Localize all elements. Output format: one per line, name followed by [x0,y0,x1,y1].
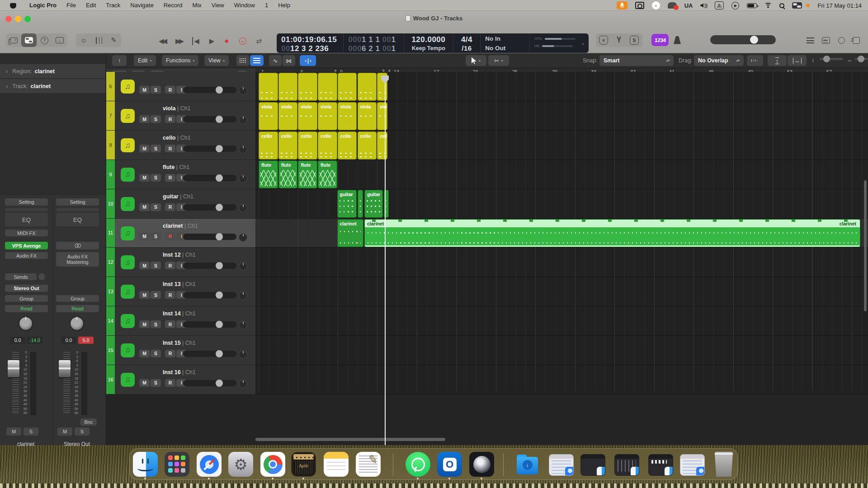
track-solo-button[interactable]: S [151,379,161,387]
track-pan-knob[interactable] [239,233,247,242]
track-pan-knob[interactable] [239,262,247,271]
dock-icon-window-light[interactable] [680,454,705,476]
track-header-guitar[interactable]: 10♫guitar | Ch1MSRI [106,189,255,219]
track-volume-knob[interactable] [216,262,223,269]
track-solo-button[interactable]: S [151,291,161,299]
region-flute[interactable]: flute [318,160,337,188]
strip2-bounce-button[interactable]: Bnc [80,418,97,426]
track-inspector-header[interactable]: › Track: clarinet [0,79,105,93]
track-name[interactable]: viola | Ch1 [163,105,191,112]
track-volume-knob[interactable] [216,321,223,328]
track-mute-button[interactable]: M [139,203,150,211]
track-pan-knob[interactable] [239,350,247,359]
menu-item-window[interactable]: Window [229,2,260,9]
track-header-clarinet[interactable]: 11♫clarinet | Ch1MSRI [106,219,255,248]
master-volume-slider[interactable] [710,35,776,44]
strip1-sends-button[interactable]: Sends [5,273,37,280]
strip2-gain-slot[interactable] [56,208,99,211]
now-playing-icon[interactable]: ▶ [731,2,739,9]
track-instrument-icon[interactable]: ♫ [121,138,135,152]
dock-icon-settings[interactable]: ⚙ [228,452,253,477]
track-mute-button[interactable]: M [139,320,150,328]
track-record-button[interactable]: R [165,203,175,211]
region-cello[interactable]: cello [318,131,337,160]
control-center-icon[interactable] [792,2,802,9]
track-pan-knob[interactable] [239,204,247,212]
left-click-tool-menu[interactable]: ▾ [466,55,486,66]
track-pan-knob[interactable] [239,116,247,124]
region-viola[interactable]: viola [298,102,317,130]
menu-item-mix[interactable]: Mix [188,2,207,9]
track-record-button[interactable]: R [165,379,175,387]
track-mute-button[interactable]: M [139,262,150,269]
strip1-instrument-button[interactable]: VPS Avenge [5,242,48,249]
dock-icon-audio-device[interactable] [469,452,494,477]
spotlight-search-icon[interactable] [779,3,784,8]
track-solo-button[interactable]: S [151,350,161,357]
region-yellow-cut[interactable] [259,73,278,101]
track-record-button[interactable]: R [165,320,175,328]
track-volume-knob[interactable] [216,204,223,211]
track-volume-slider[interactable] [183,351,236,357]
play-button[interactable]: ▶ [209,37,215,45]
vertical-scrollbar[interactable] [864,180,867,311]
lcd-expand-chevron[interactable]: ⌄ [580,33,589,53]
region-yellow-cut[interactable] [318,73,337,101]
track-mute-button[interactable]: M [139,115,150,123]
vzoom-knob[interactable] [823,56,830,62]
location-arrow-icon[interactable]: ▲ [652,1,660,9]
region-yellow-cut[interactable] [358,73,377,101]
strip1-midi-fx-button[interactable]: MIDI FX [5,230,48,236]
region-viola[interactable]: viola [377,102,387,130]
horizontal-zoom-slider[interactable] [855,58,868,60]
track-record-button[interactable]: R [165,145,175,152]
dock-icon-trash[interactable] [713,452,734,477]
strip1-pan-value[interactable]: 0.0 [10,337,25,344]
track-name[interactable]: Inst 12 | Ch1 [163,252,196,258]
view-menu-button[interactable]: View▾ [204,55,229,66]
functions-menu-button[interactable]: Functions▾ [162,55,198,66]
forward-button[interactable]: ▶▶ [175,37,182,45]
cycle-button[interactable]: ⇄ [256,37,262,45]
strip1-automation-button[interactable]: Read [5,305,48,312]
track-instrument-icon[interactable]: ♫ [121,343,135,357]
track-instrument-icon[interactable]: ♫ [121,109,135,123]
region-guitar[interactable]: guitar [364,190,383,218]
strip1-send-knob[interactable] [38,273,45,280]
dock-icon-whatsapp[interactable] [406,452,430,477]
track-header-Inst 16[interactable]: 16♫Inst 16 | Ch1MSRI [106,365,255,394]
screen-sharing-icon[interactable] [668,2,677,9]
region-cello[interactable]: cello [377,131,387,160]
track-pan-knob[interactable] [239,291,247,300]
track-name[interactable]: Inst 16 | Ch1 [163,369,196,375]
track-solo-button[interactable]: S [151,320,161,328]
region-flute[interactable]: flute [298,160,317,188]
strip2-automation-button[interactable]: Read [56,305,99,312]
quick-help-button[interactable]: ? [37,33,52,47]
strip2-eq-button[interactable]: EQ [56,213,99,226]
dock-icon-textedit[interactable]: ✎ [356,452,381,477]
track-solo-button[interactable]: S [151,203,161,211]
screen-capture-icon[interactable] [635,2,644,9]
menu-item-edit[interactable]: Edit [81,2,101,9]
track-pan-knob[interactable] [239,380,247,388]
menu-item-navigate[interactable]: Navigate [125,2,158,9]
region-yellow-cut[interactable] [298,73,317,101]
track-header-Inst 14[interactable]: 14♫Inst 14 | Ch1MSRI [106,306,255,336]
volume-slider-knob[interactable] [750,36,758,44]
fit-vertical-button[interactable]: ↕ [768,55,787,66]
dock-icon-outlook[interactable]: O [437,452,462,477]
dock-icon-window-mixer[interactable] [614,454,639,476]
dock-icon-notes[interactable] [324,452,349,477]
strip1-group-button[interactable]: Group [5,295,48,302]
dock-icon-downloads[interactable]: ↓ [515,452,540,477]
region-cello[interactable]: cello [278,131,298,160]
region-cello[interactable]: cello [259,131,278,160]
menu-item-record[interactable]: Record [159,2,188,9]
track-mute-button[interactable]: M [139,233,150,240]
region-viola[interactable]: viola [338,102,357,130]
region-guitar[interactable]: guitar [337,190,357,218]
track-volume-slider[interactable] [183,175,236,181]
ime-input-icon[interactable]: あ [715,1,724,9]
track-volume-slider[interactable] [183,204,236,211]
